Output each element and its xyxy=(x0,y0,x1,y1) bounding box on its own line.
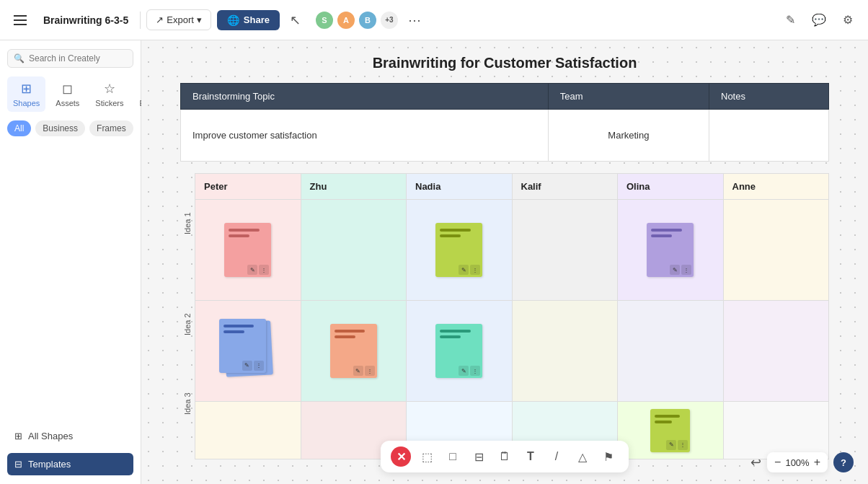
grid-cell-r3-peter[interactable] xyxy=(195,402,301,459)
sticky-actions: ✎ ⋮ xyxy=(247,265,269,275)
topbar: Brainwriting 6-3-5 ↗ Export ▾ 🌐 Share ↖ … xyxy=(0,0,868,40)
export-icon: ↗ xyxy=(156,14,164,25)
brainwriting-grid: Idea 1 Idea 2 Idea 3 Peter Zhu Nadia Kal… xyxy=(180,173,829,459)
col-header-kalif: Kalif xyxy=(513,174,619,200)
all-shapes-icon: ⊞ xyxy=(14,431,22,441)
share-button[interactable]: 🌐 Share xyxy=(217,10,280,30)
more-options-button[interactable]: ⋯ xyxy=(405,9,424,31)
shape-tool-button[interactable]: ⊟ xyxy=(469,446,489,467)
menu-button[interactable] xyxy=(9,9,32,32)
divider xyxy=(140,12,141,29)
sticky-more-btn[interactable]: ⋮ xyxy=(678,440,688,450)
grid-cell-r2-olina[interactable] xyxy=(618,301,724,402)
comment-icon-button[interactable]: 💬 xyxy=(807,9,831,32)
grid-cell-r1-nadia[interactable]: ✎ ⋮ xyxy=(407,200,513,301)
sticky-line-short xyxy=(335,335,355,338)
sticky-actions: ✎ ⋮ xyxy=(353,366,375,376)
flag-tool-button[interactable]: ⚑ xyxy=(598,446,619,467)
undo-button[interactable]: ↩ xyxy=(750,454,761,470)
grid-cell-r1-kalif[interactable] xyxy=(513,200,619,301)
grid-cell-r2-zhu[interactable]: ✎ ⋮ xyxy=(301,301,407,402)
line-tool-button[interactable]: / xyxy=(546,446,567,467)
export-button[interactable]: ↗ Export ▾ xyxy=(146,9,211,30)
help-button[interactable]: ? xyxy=(833,452,854,472)
templates-button[interactable]: ⊟ Templates xyxy=(7,453,133,475)
sticky-actions: ✎ ⋮ xyxy=(242,361,264,371)
sticky-more-btn[interactable]: ⋮ xyxy=(259,265,269,275)
globe-icon: 🌐 xyxy=(227,14,239,26)
filter-all[interactable]: All xyxy=(7,120,31,136)
search-input[interactable] xyxy=(29,53,127,63)
settings-icon-button[interactable]: ⚙ xyxy=(836,9,859,32)
sticky-edit-btn[interactable]: ✎ xyxy=(670,265,680,275)
sticky-line-short xyxy=(223,330,244,333)
grid-cell-r3-olina[interactable]: ✎ ⋮ xyxy=(618,402,724,459)
zoom-in-button[interactable]: + xyxy=(814,456,820,469)
sticky-edit-btn[interactable]: ✎ xyxy=(666,440,676,450)
sticky-more-btn[interactable]: ⋮ xyxy=(365,366,375,376)
idea-label-1: Idea 1 xyxy=(180,173,195,274)
col-header-peter: Peter xyxy=(195,174,301,200)
main-layout: 🔍 ⊞ Shapes ◻ Assets ☆ Stickers ⊡ Embed A… xyxy=(0,40,868,484)
sticky-more-btn[interactable]: ⋮ xyxy=(470,265,480,275)
tab-shapes[interactable]: ⊞ Shapes xyxy=(7,76,45,112)
sticky-more-btn[interactable]: ⋮ xyxy=(470,366,480,376)
search-icon: 🔍 xyxy=(14,53,25,63)
bottom-toolbar: ✕ ⬚ □ ⊟ 🗒 T / △ ⚑ xyxy=(381,441,629,472)
tab-assets[interactable]: ◻ Assets xyxy=(50,76,85,112)
zoom-out-button[interactable]: − xyxy=(774,456,781,469)
text-tool-button[interactable]: T xyxy=(521,446,541,467)
sticky-edit-btn[interactable]: ✎ xyxy=(353,366,363,376)
sticky-edit-btn[interactable]: ✎ xyxy=(459,366,469,376)
shapes-icon: ⊞ xyxy=(21,81,32,97)
grid-cell-r2-peter[interactable]: ✎ ⋮ xyxy=(195,301,301,402)
cursor-tool-button[interactable]: ↖ xyxy=(285,10,306,30)
sticky-line xyxy=(655,415,679,418)
table-cell-topic: Improve customer satisfaction xyxy=(181,110,549,162)
sticky-line xyxy=(223,325,254,327)
filter-frames[interactable]: Frames xyxy=(89,120,133,136)
grid-cell-r1-peter[interactable]: ✎ ⋮ xyxy=(195,200,301,301)
sticky-line xyxy=(229,229,259,232)
avatar-3: B xyxy=(358,10,378,30)
grid-cell-r2-anne[interactable] xyxy=(724,301,830,402)
sticky-note-green-1: ✎ ⋮ xyxy=(435,223,482,277)
grid-row-1: ✎ ⋮ xyxy=(195,200,829,301)
bottom-right-controls: ↩ − 100% + ? xyxy=(750,452,854,472)
search-bar: 🔍 xyxy=(7,49,133,68)
grid-columns: Peter Zhu Nadia Kalif Olina Anne xyxy=(195,173,829,459)
frame-tool-button[interactable]: ⬚ xyxy=(417,446,437,467)
info-table: Brainstorming Topic Team Notes Improve c… xyxy=(180,83,829,162)
edit-icon-button[interactable]: ✎ xyxy=(779,9,802,32)
grid-cell-r2-kalif[interactable] xyxy=(513,301,619,402)
sticky-actions: ✎ ⋮ xyxy=(670,265,691,275)
all-shapes-label: All Shapes xyxy=(28,431,73,441)
templates-label: Templates xyxy=(28,459,71,470)
grid-cell-r2-nadia[interactable]: ✎ ⋮ xyxy=(407,301,513,402)
filter-business[interactable]: Business xyxy=(35,120,85,136)
zoom-controls: − 100% + xyxy=(767,452,828,472)
zoom-level: 100% xyxy=(785,457,809,468)
triangle-tool-button[interactable]: △ xyxy=(572,446,593,467)
canvas-title: Brainwriting for Customer Satisfaction xyxy=(180,55,829,71)
grid-cell-r1-anne[interactable] xyxy=(724,200,830,301)
stickers-icon: ☆ xyxy=(104,81,115,97)
sticky-more-btn[interactable]: ⋮ xyxy=(254,361,264,371)
sticky-edit-btn[interactable]: ✎ xyxy=(247,265,257,275)
doc-title: Brainwriting 6-3-5 xyxy=(37,12,134,29)
sticky-actions: ✎ ⋮ xyxy=(459,265,480,275)
tab-stickers[interactable]: ☆ Stickers xyxy=(89,76,129,112)
close-button[interactable]: ✕ xyxy=(391,446,411,467)
all-shapes-button[interactable]: ⊞ All Shapes xyxy=(7,425,133,447)
rect-tool-button[interactable]: □ xyxy=(443,446,463,467)
sticky-edit-btn[interactable]: ✎ xyxy=(459,265,469,275)
grid-cell-r3-anne[interactable] xyxy=(724,402,830,459)
sticky-line xyxy=(651,229,681,232)
sticky-more-btn[interactable]: ⋮ xyxy=(681,265,691,275)
sticky-tool-button[interactable]: 🗒 xyxy=(495,446,515,467)
sticky-edit-btn[interactable]: ✎ xyxy=(242,361,252,371)
grid-cell-r1-olina[interactable]: ✎ ⋮ xyxy=(618,200,724,301)
assets-icon: ◻ xyxy=(62,81,73,97)
grid-cell-r1-zhu[interactable] xyxy=(301,200,407,301)
notes-stack-blue: ✎ ⋮ xyxy=(219,319,277,384)
